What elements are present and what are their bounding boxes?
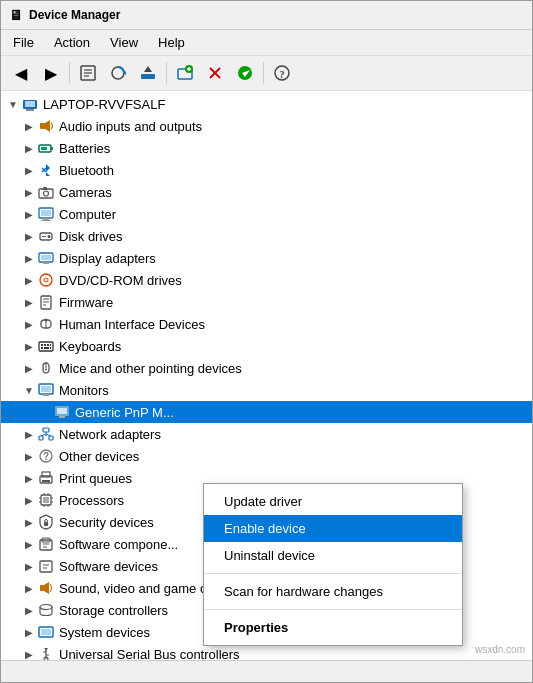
storage-expander[interactable]: ▶ [21,602,37,618]
storage-label: Storage controllers [59,603,168,618]
tree-item-audio[interactable]: ▶ Audio inputs and outputs [1,115,532,137]
scan-button[interactable] [104,59,132,87]
display-expander[interactable]: ▶ [21,250,37,266]
device-manager-window: 🖥 Device Manager File Action View Help ◀… [0,0,533,683]
title-icon: 🖥 [9,7,23,23]
tree-item-pnp[interactable]: ▶ Generic PnP M... [1,401,532,423]
svg-rect-41 [41,255,51,260]
sw-comp-expander[interactable]: ▶ [21,536,37,552]
add-button[interactable] [171,59,199,87]
tree-item-other[interactable]: ▶ ? Other devices [1,445,532,467]
svg-rect-103 [41,629,51,635]
svg-rect-30 [39,189,53,198]
ctx-scan-hardware[interactable]: Scan for hardware changes [204,578,462,605]
storage-icon [37,601,55,619]
print-expander[interactable]: ▶ [21,470,37,486]
system-icon [37,623,55,641]
sw-dev-expander[interactable]: ▶ [21,558,37,574]
menu-view[interactable]: View [102,32,146,53]
tree-item-batteries[interactable]: ▶ Batteries [1,137,532,159]
other-expander[interactable]: ▶ [21,448,37,464]
disk-expander[interactable]: ▶ [21,228,37,244]
menu-file[interactable]: File [5,32,42,53]
monitors-label: Monitors [59,383,109,398]
tree-item-display[interactable]: ▶ Display adapters [1,247,532,269]
svg-rect-71 [49,436,53,440]
usb-label: Universal Serial Bus controllers [59,647,240,661]
svg-rect-20 [25,101,35,107]
mice-icon [37,359,55,377]
sound-expander[interactable]: ▶ [21,580,37,596]
ctx-uninstall-device[interactable]: Uninstall device [204,542,462,569]
tree-item-dvd[interactable]: ▶ DVD/CD-ROM drives [1,269,532,291]
pnp-label: Generic PnP M... [75,405,174,420]
root-icon [21,95,39,113]
tree-item-keyboards[interactable]: ▶ Keyboards [1,335,532,357]
pnp-icon [53,403,71,421]
keyboards-expander[interactable]: ▶ [21,338,37,354]
enable-button[interactable] [231,59,259,87]
svg-rect-57 [41,347,43,349]
batteries-expander[interactable]: ▶ [21,140,37,156]
tree-item-network[interactable]: ▶ Network adapters [1,423,532,445]
properties-button[interactable] [74,59,102,87]
audio-expander[interactable]: ▶ [21,118,37,134]
dvd-expander[interactable]: ▶ [21,272,37,288]
svg-rect-69 [43,428,49,432]
root-expander[interactable]: ▼ [5,96,21,112]
update-driver-button[interactable] [134,59,162,87]
tree-item-bluetooth[interactable]: ▶ Bluetooth [1,159,532,181]
bluetooth-expander[interactable]: ▶ [21,162,37,178]
svg-rect-24 [41,147,47,150]
tree-area[interactable]: ▼ LAPTOP-RVVFSALF ▶ Audio inputs and out… [1,91,532,660]
usb-expander[interactable]: ▶ [21,646,37,660]
hid-expander[interactable]: ▶ [21,316,37,332]
monitors-expander[interactable]: ▼ [21,382,37,398]
network-icon [37,425,55,443]
svg-rect-56 [50,344,51,346]
svg-line-74 [46,434,51,436]
network-label: Network adapters [59,427,161,442]
tree-item-disk[interactable]: ▶ Disk drives [1,225,532,247]
tree-item-monitors[interactable]: ▼ Monitors [1,379,532,401]
mice-expander[interactable]: ▶ [21,360,37,376]
help-button[interactable]: ? [268,59,296,87]
security-expander[interactable]: ▶ [21,514,37,530]
menu-action[interactable]: Action [46,32,98,53]
batteries-label: Batteries [59,141,110,156]
ctx-update-driver[interactable]: Update driver [204,488,462,515]
processors-icon [37,491,55,509]
svg-rect-58 [44,347,49,349]
ctx-properties[interactable]: Properties [204,614,462,641]
firmware-expander[interactable]: ▶ [21,294,37,310]
processors-expander[interactable]: ▶ [21,492,37,508]
svg-rect-79 [42,480,50,482]
network-expander[interactable]: ▶ [21,426,37,442]
svg-rect-96 [40,561,52,572]
tree-item-cameras[interactable]: ▶ Cameras [1,181,532,203]
cameras-expander[interactable]: ▶ [21,184,37,200]
dvd-label: DVD/CD-ROM drives [59,273,182,288]
tree-item-hid[interactable]: ▶ Human Interface Devices [1,313,532,335]
remove-button[interactable] [201,59,229,87]
forward-button[interactable]: ▶ [37,59,65,87]
tree-item-computer[interactable]: ▶ Computer [1,203,532,225]
tree-root[interactable]: ▼ LAPTOP-RVVFSALF [1,93,532,115]
ctx-enable-device[interactable]: Enable device [204,515,462,542]
disk-icon [37,227,55,245]
system-expander[interactable]: ▶ [21,624,37,640]
tree-item-firmware[interactable]: ▶ Firmware [1,291,532,313]
tree-item-mice[interactable]: ▶ Mice and other pointing devices [1,357,532,379]
svg-marker-26 [46,164,50,172]
root-label: LAPTOP-RVVFSALF [43,97,165,112]
cameras-icon [37,183,55,201]
back-button[interactable]: ◀ [7,59,35,87]
system-label: System devices [59,625,150,640]
svg-rect-35 [43,218,49,220]
other-label: Other devices [59,449,139,464]
svg-rect-68 [59,416,65,418]
toolbar-sep-1 [69,62,70,84]
svg-rect-21 [40,123,45,129]
menu-help[interactable]: Help [150,32,193,53]
computer-expander[interactable]: ▶ [21,206,37,222]
